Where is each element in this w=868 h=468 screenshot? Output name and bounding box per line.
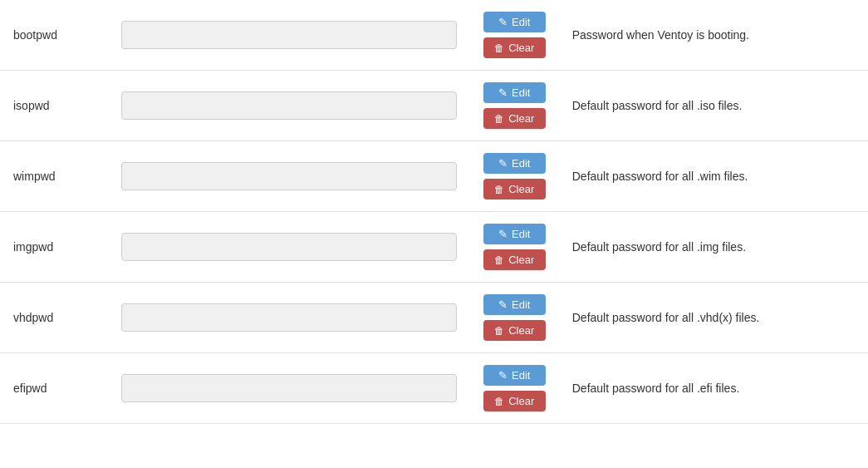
edit-icon (498, 228, 508, 240)
clear-label: Clear (508, 183, 534, 195)
field-input-cell-vhdpwd (108, 283, 470, 353)
field-input-cell-wimpwd (108, 141, 470, 212)
edit-icon (498, 298, 508, 311)
password-input-wimpwd[interactable] (121, 162, 457, 190)
field-name-vhdpwd: vhdpwd (0, 283, 108, 353)
edit-button-vhdpwd[interactable]: Edit (483, 294, 546, 315)
field-name-wimpwd: wimpwd (0, 141, 108, 212)
clear-label: Clear (508, 395, 534, 407)
field-name-efipwd: efipwd (0, 353, 108, 424)
edit-button-isopwd[interactable]: Edit (483, 82, 546, 103)
password-input-efipwd[interactable] (121, 374, 457, 402)
password-input-imgpwd[interactable] (121, 233, 457, 261)
clear-label: Clear (508, 254, 534, 266)
button-group-cell-vhdpwd: Edit Clear (470, 283, 559, 353)
trash-icon (494, 112, 504, 125)
clear-button-bootpwd[interactable]: Clear (483, 37, 546, 58)
button-group-cell-imgpwd: Edit Clear (470, 212, 559, 283)
edit-button-efipwd[interactable]: Edit (483, 365, 546, 386)
clear-button-isopwd[interactable]: Clear (483, 108, 546, 129)
btn-group-bootpwd: Edit Clear (483, 12, 546, 58)
clear-button-vhdpwd[interactable]: Clear (483, 320, 546, 341)
edit-label: Edit (512, 298, 530, 311)
field-description-vhdpwd: Default password for all .vhd(x) files. (559, 283, 868, 353)
trash-icon (494, 324, 504, 337)
field-name-isopwd: isopwd (0, 71, 108, 141)
button-group-cell-efipwd: Edit Clear (470, 353, 559, 424)
password-settings-table: bootpwd Edit Clear Password when Ventoy … (0, 0, 868, 424)
button-group-cell-bootpwd: Edit Clear (470, 0, 559, 71)
table-row: wimpwd Edit Clear Default password for a… (0, 141, 868, 212)
field-name-bootpwd: bootpwd (0, 0, 108, 71)
clear-label: Clear (508, 324, 534, 337)
edit-label: Edit (512, 228, 530, 240)
edit-label: Edit (512, 86, 530, 99)
edit-icon (498, 16, 508, 28)
table-row: isopwd Edit Clear Default password for a… (0, 71, 868, 141)
edit-icon (498, 369, 508, 382)
table-row: bootpwd Edit Clear Password when Ventoy … (0, 0, 868, 71)
button-group-cell-isopwd: Edit Clear (470, 71, 559, 141)
field-name-imgpwd: imgpwd (0, 212, 108, 283)
trash-icon (494, 42, 504, 54)
trash-icon (494, 254, 504, 266)
password-input-isopwd[interactable] (121, 91, 457, 120)
button-group-cell-wimpwd: Edit Clear (470, 141, 559, 212)
btn-group-imgpwd: Edit Clear (483, 224, 546, 270)
table-row: imgpwd Edit Clear Default password for a… (0, 212, 868, 283)
field-input-cell-imgpwd (108, 212, 470, 283)
field-input-cell-bootpwd (108, 0, 470, 71)
edit-icon (498, 157, 508, 170)
btn-group-vhdpwd: Edit Clear (483, 294, 546, 341)
password-input-vhdpwd[interactable] (121, 303, 457, 332)
field-description-imgpwd: Default password for all .img files. (559, 212, 868, 283)
trash-icon (494, 183, 504, 195)
btn-group-wimpwd: Edit Clear (483, 153, 546, 200)
field-input-cell-efipwd (108, 353, 470, 424)
table-row: efipwd Edit Clear Default password for a… (0, 353, 868, 424)
edit-button-wimpwd[interactable]: Edit (483, 153, 546, 174)
edit-label: Edit (512, 16, 530, 28)
field-description-wimpwd: Default password for all .wim files. (559, 141, 868, 212)
edit-icon (498, 86, 508, 99)
field-description-bootpwd: Password when Ventoy is booting. (559, 0, 868, 71)
clear-label: Clear (508, 112, 534, 125)
trash-icon (494, 395, 504, 407)
btn-group-isopwd: Edit Clear (483, 82, 546, 129)
edit-label: Edit (512, 157, 530, 170)
clear-button-wimpwd[interactable]: Clear (483, 179, 546, 200)
btn-group-efipwd: Edit Clear (483, 365, 546, 411)
field-input-cell-isopwd (108, 71, 470, 141)
field-description-isopwd: Default password for all .iso files. (559, 71, 868, 141)
edit-button-bootpwd[interactable]: Edit (483, 12, 546, 32)
edit-label: Edit (512, 369, 530, 382)
password-input-bootpwd[interactable] (121, 21, 457, 49)
clear-button-imgpwd[interactable]: Clear (483, 249, 546, 270)
clear-label: Clear (508, 42, 534, 54)
table-row: vhdpwd Edit Clear Default password for a… (0, 283, 868, 353)
edit-button-imgpwd[interactable]: Edit (483, 224, 546, 244)
field-description-efipwd: Default password for all .efi files. (559, 353, 868, 424)
clear-button-efipwd[interactable]: Clear (483, 391, 546, 411)
